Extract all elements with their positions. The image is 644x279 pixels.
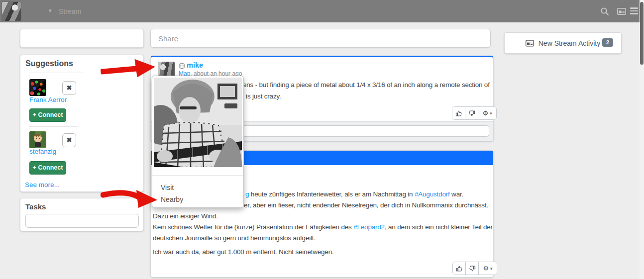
thumb-up-icon <box>455 110 462 117</box>
popup-menu-visit[interactable]: Visit <box>161 184 174 191</box>
post-text: Dazu ein eisiger Wind. <box>153 212 218 220</box>
post-text: k is just crazy. <box>241 93 281 100</box>
dashboard-card-icon[interactable] <box>617 8 626 15</box>
plus-icon: + <box>33 111 36 118</box>
tasks-panel: Tasks <box>20 198 144 231</box>
current-user-avatar[interactable] <box>1 1 21 21</box>
thumb-down-icon <box>469 265 476 272</box>
user-link[interactable]: Frank Aerror <box>29 96 67 103</box>
post-author-link[interactable]: mike <box>187 61 203 69</box>
scrollbar-thumb[interactable] <box>640 2 644 65</box>
post-text: Ich war auch da, aber gut 1.000 m entfer… <box>153 248 334 256</box>
chevron-down-icon[interactable]: ▾ <box>49 8 52 13</box>
stream-card-icon <box>526 40 534 47</box>
suggestions-title: Suggestions <box>25 59 73 68</box>
post-text: ens - but finding a piece of metal about… <box>243 81 490 89</box>
globe-visibility-icon <box>179 63 185 69</box>
hashtag-link[interactable]: #Leopard2 <box>353 223 385 231</box>
hashtag-link[interactable]: #Augustdorf <box>415 190 450 198</box>
post-actions: ⚙ ▾ <box>452 262 497 275</box>
dismiss-suggestion-button[interactable]: ✖ <box>62 81 76 95</box>
post-text: deutschen Journaille so gern und hemmung… <box>153 234 316 242</box>
thumb-up-icon <box>456 265 463 272</box>
hamburger-menu-icon[interactable] <box>630 7 638 16</box>
post-text: er, aber ein fieser, nicht endender Nies… <box>244 201 488 209</box>
dismiss-suggestion-button[interactable]: ✖ <box>62 133 76 147</box>
divider <box>29 126 78 127</box>
post-actions: ⚙ ▾ <box>452 106 497 120</box>
tasks-input[interactable] <box>25 214 139 228</box>
like-button[interactable] <box>453 262 465 275</box>
gear-icon: ⚙ <box>483 265 489 272</box>
see-more-link[interactable]: See more... <box>25 181 60 188</box>
page-title[interactable]: Stream <box>59 7 81 15</box>
post-text: Kein schönes Wetter für die (kurze) Präs… <box>153 223 493 231</box>
user-avatar[interactable] <box>29 131 46 148</box>
tasks-title: Tasks <box>25 202 46 211</box>
dislike-button[interactable] <box>465 107 478 119</box>
activity-inner: New Stream Activity <box>526 39 600 47</box>
dislike-button[interactable] <box>465 262 478 275</box>
connect-button[interactable]: + Connect <box>29 161 66 175</box>
post-text: g heute zünftiges Infanteriewetter, als … <box>245 190 463 198</box>
activity-label: New Stream Activity <box>538 39 600 47</box>
search-icon[interactable] <box>600 7 609 16</box>
plus-icon: + <box>33 164 36 171</box>
new-stream-activity-button[interactable]: New Stream Activity 2 <box>504 32 622 54</box>
post-settings-button[interactable]: ⚙ ▾ <box>478 262 497 275</box>
gear-icon: ⚙ <box>482 109 488 117</box>
post-settings-button[interactable]: ⚙ ▾ <box>478 107 496 119</box>
profile-popover: Visit Nearby <box>152 76 244 208</box>
caret-down-icon: ▾ <box>490 266 493 271</box>
profile-photo[interactable] <box>154 78 242 167</box>
user-link[interactable]: stefanzig <box>29 148 56 155</box>
divider <box>152 175 243 176</box>
top-navbar: ▾ Stream <box>0 0 644 22</box>
activity-count-badge: 2 <box>602 38 613 47</box>
suggestions-panel: Suggestions ✖ Frank Aerror + Connect ✖ s… <box>20 55 144 192</box>
user-avatar[interactable] <box>29 79 46 96</box>
stream-filters-panel[interactable]: Stream Filters <box>20 29 144 48</box>
share-input[interactable] <box>150 29 491 48</box>
caret-down-icon: ▾ <box>490 111 492 116</box>
like-button[interactable] <box>452 107 465 119</box>
thumb-down-icon <box>468 110 475 117</box>
connect-button[interactable]: + Connect <box>29 108 66 122</box>
popup-menu-nearby[interactable]: Nearby <box>161 195 183 203</box>
